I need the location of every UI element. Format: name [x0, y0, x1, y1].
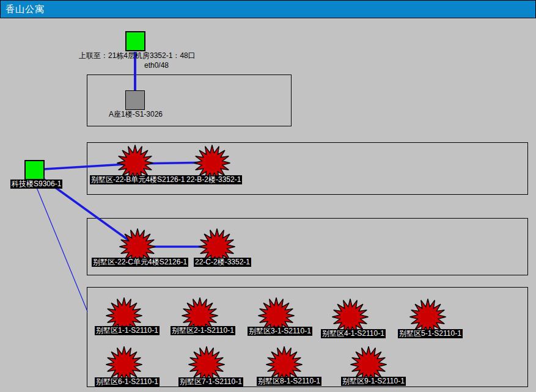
- node-building-a-switch[interactable]: [125, 90, 145, 110]
- node-label-villa-9-1: 别墅区9-1-S2110-1: [341, 377, 406, 386]
- node-label-22b-2f: 22-B-2楼-3352-1: [185, 175, 242, 184]
- node-label-22b-unit4: 别墅区-22-B单元4楼S2126-1: [90, 175, 186, 184]
- uplink-interface-label: eth0/48: [144, 61, 169, 70]
- node-label-villa-3-1: 别墅区3-1-S2110-1: [248, 327, 312, 336]
- core-node-label: 科技楼S9306-1: [10, 180, 62, 189]
- node-label-villa-8-1: 别墅区8-1-S2110-1: [257, 377, 321, 386]
- node-label-villa-6-1: 别墅区6-1-S2110-1: [95, 377, 160, 387]
- node-core-switch[interactable]: [24, 160, 45, 180]
- node-label-villa-7-1: 别墅区7-1-S2110-1: [178, 377, 243, 387]
- network-topology-map: 香山公寓 上联至：21栋4层机房3352-1：48口 eth0/48 A座1楼-…: [0, 0, 536, 392]
- node-label-villa-5-1: 别墅区5-1-S2110-1: [398, 329, 463, 338]
- node-label-villa-4-1: 别墅区4-1-S2110-1: [321, 329, 386, 338]
- building-a-node-label: A座1楼-S1-3026: [109, 110, 163, 119]
- uplink-node-label: 上联至：21栋4层机房3352-1：48口: [79, 51, 196, 60]
- node-label-22c-unit4: 别墅区-22-C单元4楼S2126-1: [92, 258, 188, 267]
- node-label-22c-2f: 22-C-2楼-3352-1: [194, 258, 251, 267]
- node-label-villa-2-1: 别墅区2-1-S2110-1: [171, 326, 235, 335]
- node-label-villa-1-1: 别墅区1-1-S2110-1: [95, 326, 160, 335]
- node-uplink-switch[interactable]: [125, 31, 145, 51]
- link-core-to-villas[interactable]: [35, 183, 87, 311]
